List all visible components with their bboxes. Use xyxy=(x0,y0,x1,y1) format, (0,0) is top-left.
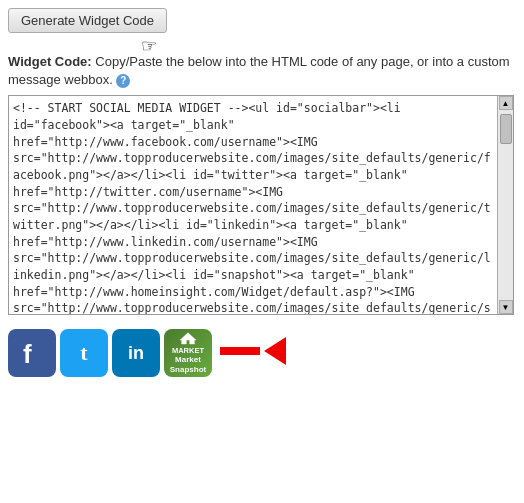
widget-code-description: Widget Code: Copy/Paste the below into t… xyxy=(8,53,516,89)
arrow-head xyxy=(264,337,286,365)
twitter-icon[interactable]: t xyxy=(60,329,108,377)
house-svg xyxy=(177,332,199,345)
arrow-shaft xyxy=(220,347,260,355)
scroll-down-arrow[interactable]: ▼ xyxy=(499,300,513,314)
widget-code-label: Widget Code: xyxy=(8,54,92,69)
cursor-icon: ☞ xyxy=(141,35,157,57)
arrow-wrapper xyxy=(220,337,286,365)
facebook-icon[interactable]: f xyxy=(8,329,56,377)
help-icon[interactable]: ? xyxy=(116,74,130,88)
scrollbar-track[interactable]: ▲ ▼ xyxy=(497,96,513,314)
linkedin-icon[interactable]: in xyxy=(112,329,160,377)
snapshot-market-label: Market xyxy=(172,346,204,355)
facebook-svg: f xyxy=(20,339,44,367)
scroll-up-arrow[interactable]: ▲ xyxy=(499,96,513,110)
market-snapshot-icon[interactable]: Market Market Snapshot xyxy=(164,329,212,377)
bottom-row: f t in Market Market Snapshot xyxy=(8,325,516,377)
code-box-wrapper: ▲ ▼ xyxy=(8,95,514,315)
svg-text:f: f xyxy=(23,339,32,367)
generate-button-label: Generate Widget Code xyxy=(21,13,154,28)
generate-widget-code-button[interactable]: Generate Widget Code xyxy=(8,8,167,33)
scrollbar-thumb[interactable] xyxy=(500,114,512,144)
snapshot-label: Market Snapshot xyxy=(167,355,209,374)
widget-code-textarea[interactable] xyxy=(9,96,513,314)
social-icons-row: f t in Market Market Snapshot xyxy=(8,329,212,377)
svg-marker-1 xyxy=(180,333,196,344)
